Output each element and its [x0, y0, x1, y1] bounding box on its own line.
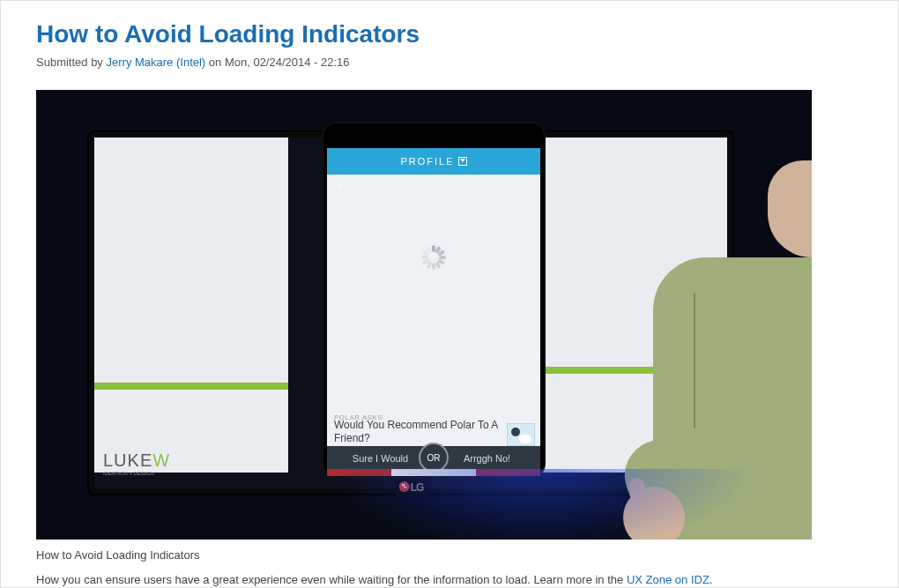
article-card: How to Avoid Loading Indicators Submitte…: [0, 0, 899, 588]
presenter-head: [768, 160, 812, 257]
or-divider: OR: [419, 443, 449, 473]
phone-mockup: ← PROFILE POLAR ASKS Would You Recommend…: [323, 123, 544, 476]
byline-timestamp: on Mon, 02/24/2014 - 22:16: [209, 56, 350, 69]
byline-prefix: Submitted by: [36, 56, 107, 69]
stage-glow: [265, 469, 812, 540]
loading-spinner-icon: [421, 245, 446, 270]
author-link[interactable]: Jerry Makare (Intel): [107, 56, 206, 69]
slide-panel-left: LUKEW IDEATION + DESIGN: [94, 138, 288, 473]
poll-no-button: Arrggh No!: [434, 453, 540, 464]
app-title: PROFILE: [400, 156, 454, 167]
lukew-logo: LUKEW IDEATION + DESIGN: [103, 450, 170, 476]
phone-screen: ← PROFILE POLAR ASKS Would You Recommend…: [327, 148, 540, 476]
poll-yes-button: Sure I Would: [327, 453, 434, 464]
polar-bear-icon: [507, 423, 535, 446]
green-divider: [94, 383, 288, 390]
poll-choice-bar: Sure I Would OR Arrggh No!: [327, 446, 540, 471]
video-embed[interactable]: LUKEW IDEATION + DESIGN ← PROFILE: [36, 90, 812, 540]
byline: Submitted by Jerry Makare (Intel) on Mon…: [36, 56, 863, 69]
tv-screen: LUKEW IDEATION + DESIGN ← PROFILE: [94, 138, 727, 488]
back-arrow-icon: ←: [336, 178, 350, 192]
dropdown-icon: [458, 157, 467, 166]
article-title: How to Avoid Loading Indicators: [36, 1, 863, 56]
poll-question: Would You Recommend Polar To A Friend?: [334, 419, 500, 444]
article-title-link[interactable]: How to Avoid Loading Indicators: [36, 20, 420, 48]
caption-description: How you can ensure users have a great ex…: [36, 571, 863, 589]
idz-link[interactable]: UX Zone on IDZ: [627, 573, 710, 586]
app-header: ← PROFILE: [327, 148, 540, 175]
caption-title: How to Avoid Loading Indicators: [36, 547, 863, 564]
